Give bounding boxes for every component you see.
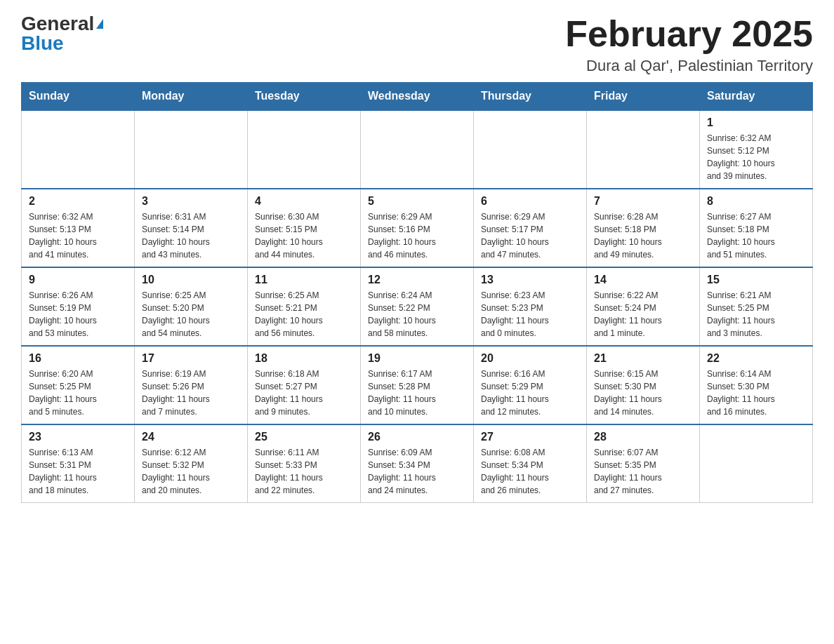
day-info: Sunrise: 6:14 AMSunset: 5:30 PMDaylight:… <box>707 368 805 418</box>
calendar-cell: 12Sunrise: 6:24 AMSunset: 5:22 PMDayligh… <box>361 267 474 346</box>
day-number: 5 <box>368 195 466 208</box>
day-number: 23 <box>29 431 127 443</box>
day-info: Sunrise: 6:08 AMSunset: 5:34 PMDaylight:… <box>481 446 579 497</box>
calendar-cell: 15Sunrise: 6:21 AMSunset: 5:25 PMDayligh… <box>700 267 813 346</box>
day-info: Sunrise: 6:25 AMSunset: 5:21 PMDaylight:… <box>255 289 353 340</box>
day-number: 2 <box>29 195 127 208</box>
day-info: Sunrise: 6:29 AMSunset: 5:17 PMDaylight:… <box>481 210 579 261</box>
calendar-header-thursday: Thursday <box>474 83 587 111</box>
day-number: 24 <box>142 431 240 443</box>
day-info: Sunrise: 6:23 AMSunset: 5:23 PMDaylight:… <box>481 289 579 340</box>
calendar-cell: 7Sunrise: 6:28 AMSunset: 5:18 PMDaylight… <box>587 189 700 267</box>
calendar-cell: 11Sunrise: 6:25 AMSunset: 5:21 PMDayligh… <box>248 267 361 346</box>
day-number: 14 <box>594 274 692 286</box>
day-number: 18 <box>255 352 353 365</box>
location-subtitle: Dura al Qar', Palestinian Territory <box>565 57 813 75</box>
day-number: 11 <box>255 274 353 286</box>
day-info: Sunrise: 6:28 AMSunset: 5:18 PMDaylight:… <box>594 210 692 261</box>
day-info: Sunrise: 6:13 AMSunset: 5:31 PMDaylight:… <box>29 446 127 497</box>
day-number: 21 <box>594 352 692 365</box>
calendar-cell: 26Sunrise: 6:09 AMSunset: 5:34 PMDayligh… <box>361 424 474 503</box>
calendar-cell: 5Sunrise: 6:29 AMSunset: 5:16 PMDaylight… <box>361 189 474 267</box>
calendar-cell: 21Sunrise: 6:15 AMSunset: 5:30 PMDayligh… <box>587 346 700 424</box>
day-number: 6 <box>481 195 579 208</box>
calendar-cell: 19Sunrise: 6:17 AMSunset: 5:28 PMDayligh… <box>361 346 474 424</box>
calendar-cell: 24Sunrise: 6:12 AMSunset: 5:32 PMDayligh… <box>135 424 248 503</box>
calendar-cell: 22Sunrise: 6:14 AMSunset: 5:30 PMDayligh… <box>700 346 813 424</box>
day-number: 3 <box>142 195 240 208</box>
day-info: Sunrise: 6:11 AMSunset: 5:33 PMDaylight:… <box>255 446 353 497</box>
page-header: General Blue February 2025 Dura al Qar',… <box>21 14 813 75</box>
calendar-header-tuesday: Tuesday <box>248 83 361 111</box>
calendar-cell: 20Sunrise: 6:16 AMSunset: 5:29 PMDayligh… <box>474 346 587 424</box>
calendar-cell: 3Sunrise: 6:31 AMSunset: 5:14 PMDaylight… <box>135 189 248 267</box>
calendar-week-row: 23Sunrise: 6:13 AMSunset: 5:31 PMDayligh… <box>22 424 813 503</box>
day-info: Sunrise: 6:31 AMSunset: 5:14 PMDaylight:… <box>142 210 240 261</box>
day-info: Sunrise: 6:21 AMSunset: 5:25 PMDaylight:… <box>707 289 805 340</box>
calendar-cell: 27Sunrise: 6:08 AMSunset: 5:34 PMDayligh… <box>474 424 587 503</box>
day-info: Sunrise: 6:27 AMSunset: 5:18 PMDaylight:… <box>707 210 805 261</box>
calendar-cell <box>22 110 135 189</box>
calendar-header-saturday: Saturday <box>700 83 813 111</box>
day-info: Sunrise: 6:09 AMSunset: 5:34 PMDaylight:… <box>368 446 466 497</box>
calendar-cell <box>587 110 700 189</box>
day-number: 7 <box>594 195 692 208</box>
day-number: 9 <box>29 274 127 286</box>
calendar-cell: 1Sunrise: 6:32 AMSunset: 5:12 PMDaylight… <box>700 110 813 189</box>
day-number: 10 <box>142 274 240 286</box>
day-info: Sunrise: 6:24 AMSunset: 5:22 PMDaylight:… <box>368 289 466 340</box>
day-info: Sunrise: 6:29 AMSunset: 5:16 PMDaylight:… <box>368 210 466 261</box>
day-info: Sunrise: 6:22 AMSunset: 5:24 PMDaylight:… <box>594 289 692 340</box>
day-number: 12 <box>368 274 466 286</box>
day-info: Sunrise: 6:32 AMSunset: 5:12 PMDaylight:… <box>707 132 805 182</box>
calendar-cell <box>135 110 248 189</box>
day-number: 26 <box>368 431 466 443</box>
day-info: Sunrise: 6:25 AMSunset: 5:20 PMDaylight:… <box>142 289 240 340</box>
calendar-cell: 13Sunrise: 6:23 AMSunset: 5:23 PMDayligh… <box>474 267 587 346</box>
calendar-week-row: 2Sunrise: 6:32 AMSunset: 5:13 PMDaylight… <box>22 189 813 267</box>
calendar-cell <box>700 424 813 503</box>
calendar-cell: 16Sunrise: 6:20 AMSunset: 5:25 PMDayligh… <box>22 346 135 424</box>
day-number: 28 <box>594 431 692 443</box>
day-number: 17 <box>142 352 240 365</box>
day-info: Sunrise: 6:18 AMSunset: 5:27 PMDaylight:… <box>255 368 353 418</box>
day-info: Sunrise: 6:17 AMSunset: 5:28 PMDaylight:… <box>368 368 466 418</box>
day-number: 19 <box>368 352 466 365</box>
title-section: February 2025 Dura al Qar', Palestinian … <box>565 14 813 75</box>
day-number: 13 <box>481 274 579 286</box>
calendar-cell: 4Sunrise: 6:30 AMSunset: 5:15 PMDaylight… <box>248 189 361 267</box>
calendar-header-monday: Monday <box>135 83 248 111</box>
logo-general-text: General <box>21 14 94 34</box>
calendar-header-row: SundayMondayTuesdayWednesdayThursdayFrid… <box>22 83 813 111</box>
day-number: 15 <box>707 274 805 286</box>
day-info: Sunrise: 6:07 AMSunset: 5:35 PMDaylight:… <box>594 446 692 497</box>
calendar-cell <box>361 110 474 189</box>
calendar-header-wednesday: Wednesday <box>361 83 474 111</box>
day-info: Sunrise: 6:15 AMSunset: 5:30 PMDaylight:… <box>594 368 692 418</box>
calendar-cell: 8Sunrise: 6:27 AMSunset: 5:18 PMDaylight… <box>700 189 813 267</box>
calendar-cell <box>474 110 587 189</box>
day-info: Sunrise: 6:30 AMSunset: 5:15 PMDaylight:… <box>255 210 353 261</box>
calendar-cell: 9Sunrise: 6:26 AMSunset: 5:19 PMDaylight… <box>22 267 135 346</box>
calendar-cell: 6Sunrise: 6:29 AMSunset: 5:17 PMDaylight… <box>474 189 587 267</box>
calendar-cell <box>248 110 361 189</box>
calendar-week-row: 1Sunrise: 6:32 AMSunset: 5:12 PMDaylight… <box>22 110 813 189</box>
calendar-cell: 14Sunrise: 6:22 AMSunset: 5:24 PMDayligh… <box>587 267 700 346</box>
calendar-header-sunday: Sunday <box>22 83 135 111</box>
day-number: 16 <box>29 352 127 365</box>
day-info: Sunrise: 6:16 AMSunset: 5:29 PMDaylight:… <box>481 368 579 418</box>
calendar-header-friday: Friday <box>587 83 700 111</box>
logo-blue-text: Blue <box>21 34 64 53</box>
day-number: 22 <box>707 352 805 365</box>
calendar-table: SundayMondayTuesdayWednesdayThursdayFrid… <box>21 82 813 503</box>
calendar-cell: 28Sunrise: 6:07 AMSunset: 5:35 PMDayligh… <box>587 424 700 503</box>
calendar-cell: 2Sunrise: 6:32 AMSunset: 5:13 PMDaylight… <box>22 189 135 267</box>
day-info: Sunrise: 6:20 AMSunset: 5:25 PMDaylight:… <box>29 368 127 418</box>
calendar-cell: 25Sunrise: 6:11 AMSunset: 5:33 PMDayligh… <box>248 424 361 503</box>
day-number: 4 <box>255 195 353 208</box>
day-number: 20 <box>481 352 579 365</box>
logo: General Blue <box>21 14 103 53</box>
day-number: 1 <box>707 116 805 129</box>
calendar-cell: 18Sunrise: 6:18 AMSunset: 5:27 PMDayligh… <box>248 346 361 424</box>
month-title: February 2025 <box>565 14 813 54</box>
